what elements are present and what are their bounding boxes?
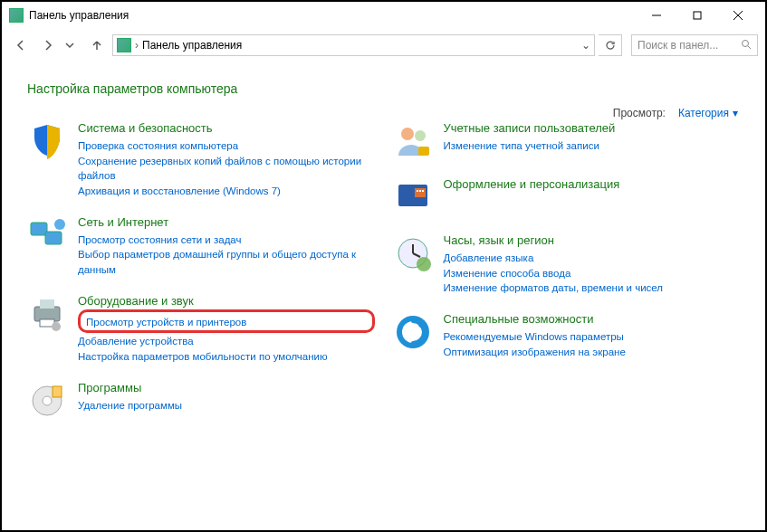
accessibility-icon (393, 312, 433, 352)
highlighted-link: Просмотр устройств и принтеров (78, 309, 375, 334)
address-bar[interactable]: › Панель управления ⌄ (112, 34, 595, 56)
category-title[interactable]: Система и безопасность (78, 121, 375, 135)
chevron-right-icon: › (135, 39, 139, 52)
programs-icon (27, 381, 67, 421)
svg-rect-1 (694, 12, 701, 19)
view-selector: Просмотр: Категория▾ (613, 107, 738, 119)
category-clock-language: Часы, язык и регион Добавление языка Изм… (393, 233, 741, 296)
task-link[interactable]: Проверка состояния компьютера (78, 138, 375, 154)
svg-rect-21 (417, 190, 418, 192)
path-segment[interactable]: Панель управления (142, 39, 242, 52)
svg-point-8 (54, 219, 65, 230)
page-title: Настройка параметров компьютера (27, 81, 740, 96)
back-button[interactable] (9, 33, 33, 57)
task-link[interactable]: Просмотр состояния сети и задач (78, 233, 375, 248)
control-panel-icon (117, 38, 131, 52)
navbar: › Панель управления ⌄ Поиск в панел... (2, 29, 765, 62)
category-title[interactable]: Программы (78, 381, 375, 394)
content-area: Настройка параметров компьютера Просмотр… (2, 62, 765, 441)
task-link[interactable]: Добавление устройства (78, 334, 375, 349)
view-dropdown[interactable]: Категория▾ (678, 107, 738, 119)
svg-line-5 (748, 46, 751, 49)
svg-rect-10 (40, 299, 54, 309)
svg-rect-20 (415, 188, 426, 197)
chevron-down-icon[interactable]: ⌄ (581, 39, 590, 52)
svg-rect-7 (45, 232, 62, 244)
category-user-accounts: Учетные записи пользователей Изменение т… (393, 121, 741, 161)
search-input[interactable]: Поиск в панел... (631, 34, 758, 56)
category-title[interactable]: Сеть и Интернет (78, 215, 375, 229)
close-button[interactable] (717, 3, 758, 28)
task-link[interactable]: Добавление языка (444, 251, 741, 266)
clock-icon (393, 233, 433, 273)
task-link[interactable]: Сохранение резервных копий файлов с помо… (78, 154, 375, 184)
svg-rect-6 (31, 223, 47, 235)
right-column: Учетные записи пользователей Изменение т… (393, 121, 741, 421)
task-link[interactable]: Изменение форматов даты, времени и чисел (444, 280, 741, 296)
up-button[interactable] (85, 33, 109, 57)
task-link[interactable]: Настройка параметров мобильности по умол… (78, 349, 375, 365)
categories: Система и безопасность Проверка состояни… (27, 121, 740, 421)
forward-button[interactable] (36, 33, 60, 57)
svg-point-14 (43, 396, 52, 405)
task-link-devices-printers[interactable]: Просмотр устройств и принтеров (86, 317, 246, 328)
window-buttons (636, 3, 758, 28)
refresh-button[interactable] (599, 34, 622, 56)
maximize-button[interactable] (676, 3, 717, 28)
task-link[interactable]: Рекомендуемые Windows параметры (444, 329, 741, 345)
svg-point-17 (415, 130, 426, 141)
category-title[interactable]: Учетные записи пользователей (444, 121, 741, 135)
svg-rect-18 (418, 147, 429, 156)
task-link[interactable]: Оптимизация изображения на экране (444, 345, 741, 360)
task-link[interactable]: Удаление программы (78, 398, 375, 413)
svg-point-4 (743, 40, 749, 46)
category-hardware-sound: Оборудование и звук Просмотр устройств и… (27, 294, 375, 365)
network-icon (27, 215, 67, 255)
left-column: Система и безопасность Проверка состояни… (27, 121, 375, 421)
category-system-security: Система и безопасность Проверка состояни… (27, 121, 375, 199)
svg-rect-22 (419, 190, 421, 192)
category-appearance: Оформление и персонализация (393, 177, 741, 217)
svg-rect-23 (422, 190, 424, 192)
category-title[interactable]: Специальные возможности (444, 312, 741, 326)
task-link[interactable]: Изменение типа учетной записи (444, 138, 741, 154)
minimize-button[interactable] (636, 3, 676, 28)
task-link[interactable]: Изменение способа ввода (444, 266, 741, 281)
svg-point-16 (401, 128, 414, 140)
category-title[interactable]: Оформление и персонализация (444, 177, 741, 191)
titlebar: Панель управления (2, 2, 765, 29)
window-title: Панель управления (29, 9, 636, 22)
category-network: Сеть и Интернет Просмотр состояния сети … (27, 215, 375, 278)
svg-point-27 (417, 257, 431, 271)
task-link[interactable]: Архивация и восстановление (Windows 7) (78, 184, 375, 199)
svg-point-12 (52, 322, 61, 331)
chevron-down-icon: ▾ (733, 107, 738, 119)
recent-button[interactable] (58, 33, 81, 57)
users-icon (393, 121, 433, 161)
svg-rect-15 (53, 386, 62, 397)
shield-icon (27, 121, 67, 161)
category-programs: Программы Удаление программы (27, 381, 375, 421)
category-title[interactable]: Часы, язык и регион (444, 233, 741, 247)
category-title[interactable]: Оборудование и звук (78, 294, 375, 308)
view-label: Просмотр: (613, 107, 666, 119)
task-link[interactable]: Выбор параметров домашней группы и общег… (78, 247, 375, 277)
control-panel-icon (9, 8, 24, 23)
search-placeholder: Поиск в панел... (638, 39, 718, 52)
search-icon (741, 39, 752, 52)
category-accessibility: Специальные возможности Рекомендуемые Wi… (393, 312, 741, 359)
personalization-icon (393, 177, 433, 217)
printer-icon (27, 294, 67, 334)
